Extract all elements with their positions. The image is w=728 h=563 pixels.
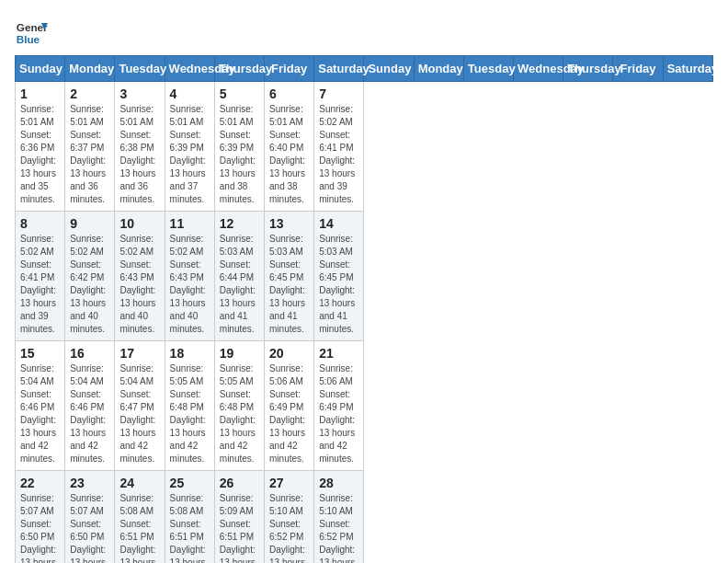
day-number: 24 — [119, 476, 159, 490]
day-number: 28 — [319, 476, 358, 490]
calendar-cell: 18Sunrise: 5:05 AM Sunset: 6:48 PM Dayli… — [165, 341, 214, 471]
day-number: 6 — [269, 86, 309, 101]
day-info: Sunrise: 5:10 AM Sunset: 6:52 PM Dayligh… — [319, 492, 358, 563]
day-info: Sunrise: 5:04 AM Sunset: 6:47 PM Dayligh… — [119, 362, 159, 465]
day-info: Sunrise: 5:01 AM Sunset: 6:39 PM Dayligh… — [170, 103, 210, 206]
header-tuesday: Tuesday — [463, 56, 513, 82]
header-thursday: Thursday — [214, 56, 264, 82]
calendar-cell: 20Sunrise: 5:06 AM Sunset: 6:49 PM Dayli… — [265, 341, 314, 471]
day-info: Sunrise: 5:08 AM Sunset: 6:51 PM Dayligh… — [119, 492, 159, 563]
calendar-table: SundayMondayTuesdayWednesdayThursdayFrid… — [15, 55, 713, 563]
calendar-cell: 15Sunrise: 5:04 AM Sunset: 6:46 PM Dayli… — [16, 341, 65, 471]
header-thursday: Thursday — [563, 56, 613, 82]
calendar-cell: 12Sunrise: 5:03 AM Sunset: 6:44 PM Dayli… — [214, 212, 264, 341]
calendar-cell: 5Sunrise: 5:01 AM Sunset: 6:39 PM Daylig… — [214, 82, 264, 212]
day-number: 13 — [269, 216, 309, 231]
header-monday: Monday — [414, 56, 463, 82]
day-info: Sunrise: 5:02 AM Sunset: 6:41 PM Dayligh… — [20, 233, 60, 336]
day-number: 7 — [319, 86, 358, 101]
day-info: Sunrise: 5:04 AM Sunset: 6:46 PM Dayligh… — [70, 362, 109, 465]
day-info: Sunrise: 5:01 AM Sunset: 6:38 PM Dayligh… — [119, 103, 159, 206]
calendar-cell: 27Sunrise: 5:10 AM Sunset: 6:52 PM Dayli… — [265, 471, 314, 564]
calendar-cell: 23Sunrise: 5:07 AM Sunset: 6:50 PM Dayli… — [65, 471, 115, 564]
day-number: 15 — [20, 346, 60, 361]
calendar-cell: 25Sunrise: 5:08 AM Sunset: 6:51 PM Dayli… — [165, 471, 214, 564]
calendar-week-2: 8Sunrise: 5:02 AM Sunset: 6:41 PM Daylig… — [16, 212, 713, 341]
day-info: Sunrise: 5:03 AM Sunset: 6:45 PM Dayligh… — [319, 233, 358, 336]
calendar-cell: 1Sunrise: 5:01 AM Sunset: 6:36 PM Daylig… — [16, 82, 65, 212]
day-number: 11 — [170, 216, 210, 231]
day-info: Sunrise: 5:05 AM Sunset: 6:48 PM Dayligh… — [220, 362, 259, 465]
day-number: 12 — [220, 216, 259, 231]
day-number: 19 — [220, 346, 259, 361]
day-info: Sunrise: 5:01 AM Sunset: 6:36 PM Dayligh… — [20, 103, 60, 206]
calendar-cell: 9Sunrise: 5:02 AM Sunset: 6:42 PM Daylig… — [65, 212, 115, 341]
header-tuesday: Tuesday — [115, 56, 165, 82]
day-number: 5 — [220, 86, 259, 101]
day-number: 4 — [170, 86, 210, 101]
calendar-header-row: SundayMondayTuesdayWednesdayThursdayFrid… — [16, 56, 713, 82]
day-info: Sunrise: 5:03 AM Sunset: 6:44 PM Dayligh… — [220, 233, 259, 336]
calendar-cell: 4Sunrise: 5:01 AM Sunset: 6:39 PM Daylig… — [165, 82, 214, 212]
logo: General Blue — [15, 15, 48, 48]
day-info: Sunrise: 5:02 AM Sunset: 6:42 PM Dayligh… — [70, 233, 109, 336]
day-number: 25 — [170, 476, 210, 490]
calendar-week-1: 1Sunrise: 5:01 AM Sunset: 6:36 PM Daylig… — [16, 82, 713, 212]
calendar-week-3: 15Sunrise: 5:04 AM Sunset: 6:46 PM Dayli… — [16, 341, 713, 471]
calendar-cell: 11Sunrise: 5:02 AM Sunset: 6:43 PM Dayli… — [165, 212, 214, 341]
calendar-cell: 2Sunrise: 5:01 AM Sunset: 6:37 PM Daylig… — [65, 82, 115, 212]
day-number: 2 — [70, 86, 109, 101]
header-saturday: Saturday — [314, 56, 364, 82]
day-number: 9 — [70, 216, 109, 231]
day-number: 21 — [319, 346, 358, 361]
day-info: Sunrise: 5:07 AM Sunset: 6:50 PM Dayligh… — [70, 492, 109, 563]
day-number: 8 — [20, 216, 60, 231]
header-friday: Friday — [613, 56, 663, 82]
header: General Blue — [15, 15, 713, 48]
day-info: Sunrise: 5:02 AM Sunset: 6:43 PM Dayligh… — [119, 233, 159, 336]
header-saturday: Saturday — [663, 56, 712, 82]
day-info: Sunrise: 5:01 AM Sunset: 6:39 PM Dayligh… — [220, 103, 259, 206]
day-info: Sunrise: 5:08 AM Sunset: 6:51 PM Dayligh… — [170, 492, 210, 563]
calendar-cell: 28Sunrise: 5:10 AM Sunset: 6:52 PM Dayli… — [314, 471, 364, 564]
header-monday: Monday — [65, 56, 115, 82]
day-info: Sunrise: 5:02 AM Sunset: 6:43 PM Dayligh… — [170, 233, 210, 336]
calendar-cell: 8Sunrise: 5:02 AM Sunset: 6:41 PM Daylig… — [16, 212, 65, 341]
calendar-cell: 26Sunrise: 5:09 AM Sunset: 6:51 PM Dayli… — [214, 471, 264, 564]
day-info: Sunrise: 5:06 AM Sunset: 6:49 PM Dayligh… — [319, 362, 358, 465]
day-info: Sunrise: 5:06 AM Sunset: 6:49 PM Dayligh… — [269, 362, 309, 465]
day-number: 3 — [119, 86, 159, 101]
day-number: 1 — [20, 86, 60, 101]
day-number: 17 — [119, 346, 159, 361]
day-number: 16 — [70, 346, 109, 361]
day-number: 14 — [319, 216, 358, 231]
day-info: Sunrise: 5:04 AM Sunset: 6:46 PM Dayligh… — [20, 362, 60, 465]
calendar-cell: 22Sunrise: 5:07 AM Sunset: 6:50 PM Dayli… — [16, 471, 65, 564]
day-number: 23 — [70, 476, 109, 490]
header-wednesday: Wednesday — [165, 56, 214, 82]
day-number: 26 — [220, 476, 259, 490]
calendar-cell: 21Sunrise: 5:06 AM Sunset: 6:49 PM Dayli… — [314, 341, 364, 471]
day-info: Sunrise: 5:05 AM Sunset: 6:48 PM Dayligh… — [170, 362, 210, 465]
calendar-cell: 24Sunrise: 5:08 AM Sunset: 6:51 PM Dayli… — [115, 471, 165, 564]
day-number: 27 — [269, 476, 309, 490]
logo-icon: General Blue — [15, 15, 48, 48]
day-info: Sunrise: 5:01 AM Sunset: 6:37 PM Dayligh… — [70, 103, 109, 206]
header-sunday: Sunday — [16, 56, 65, 82]
day-info: Sunrise: 5:09 AM Sunset: 6:51 PM Dayligh… — [220, 492, 259, 563]
calendar-cell: 16Sunrise: 5:04 AM Sunset: 6:46 PM Dayli… — [65, 341, 115, 471]
header-wednesday: Wednesday — [514, 56, 563, 82]
calendar-cell: 10Sunrise: 5:02 AM Sunset: 6:43 PM Dayli… — [115, 212, 165, 341]
day-info: Sunrise: 5:01 AM Sunset: 6:40 PM Dayligh… — [269, 103, 309, 206]
calendar-cell: 6Sunrise: 5:01 AM Sunset: 6:40 PM Daylig… — [265, 82, 314, 212]
day-info: Sunrise: 5:03 AM Sunset: 6:45 PM Dayligh… — [269, 233, 309, 336]
svg-text:Blue: Blue — [17, 33, 40, 45]
day-number: 20 — [269, 346, 309, 361]
calendar-week-4: 22Sunrise: 5:07 AM Sunset: 6:50 PM Dayli… — [16, 471, 713, 564]
svg-text:General: General — [17, 21, 48, 33]
day-info: Sunrise: 5:07 AM Sunset: 6:50 PM Dayligh… — [20, 492, 60, 563]
calendar-cell: 17Sunrise: 5:04 AM Sunset: 6:47 PM Dayli… — [115, 341, 165, 471]
day-number: 22 — [20, 476, 60, 490]
day-info: Sunrise: 5:02 AM Sunset: 6:41 PM Dayligh… — [319, 103, 358, 206]
calendar-cell: 14Sunrise: 5:03 AM Sunset: 6:45 PM Dayli… — [314, 212, 364, 341]
